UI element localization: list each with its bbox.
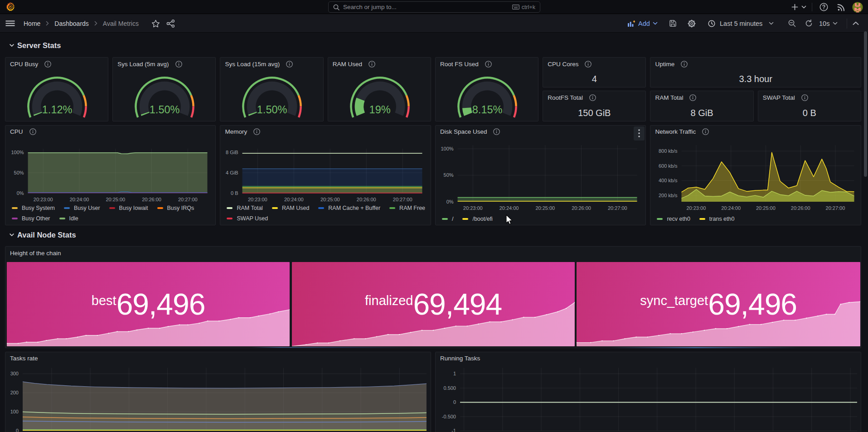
search-shortcut: ctrl+k bbox=[512, 4, 535, 10]
section-header-0[interactable]: Server Stats bbox=[10, 41, 61, 50]
breadcrumb: Home Dashboards Avail Metrics bbox=[24, 14, 139, 33]
legend-item[interactable]: RAM Cache + Buffer bbox=[318, 204, 380, 213]
info-icon[interactable] bbox=[689, 94, 696, 101]
info-icon[interactable] bbox=[585, 61, 592, 68]
panel-menu-kebab[interactable] bbox=[634, 126, 645, 141]
legend-color-dash bbox=[64, 207, 70, 209]
search-input[interactable]: Search or jump to... ctrl+k bbox=[328, 1, 540, 13]
x-axis-label: 20:26:00 bbox=[142, 196, 161, 202]
legend-item[interactable]: SWAP Used bbox=[227, 214, 268, 223]
info-icon[interactable] bbox=[681, 61, 688, 68]
dashboard-settings-button[interactable] bbox=[688, 14, 696, 33]
panel-gauge-2: Sys Load (15m avg)1.50% bbox=[220, 57, 323, 121]
x-axis-label: 20:25:00 bbox=[756, 205, 776, 210]
legend-item[interactable]: Busy User bbox=[64, 204, 100, 213]
legend-item[interactable]: recv eth0 bbox=[657, 214, 690, 223]
help-button[interactable] bbox=[818, 0, 829, 14]
chain-cell-text: finalized69,494 bbox=[292, 262, 575, 346]
legend-item[interactable]: Busy Other bbox=[12, 214, 50, 223]
y-axis-label: 1 bbox=[453, 371, 456, 376]
kebab-icon bbox=[638, 129, 640, 137]
legend-item[interactable]: / bbox=[442, 214, 453, 223]
chain-cell-sync_target[interactable]: sync_target69,496 bbox=[577, 262, 860, 346]
time-range-picker[interactable]: Last 5 minutes bbox=[708, 14, 774, 33]
legend-item[interactable]: Busy Iowait bbox=[109, 204, 148, 213]
legend-item[interactable]: RAM Total bbox=[227, 204, 262, 213]
panel-chart-memory: Memory0 B4 GiB8 GiB20:23:0020:24:0020:25… bbox=[220, 125, 431, 225]
breadcrumb-home[interactable]: Home bbox=[24, 20, 40, 27]
legend-item[interactable]: RAM Free bbox=[389, 204, 425, 213]
hamburger-icon bbox=[5, 20, 15, 26]
legend-color-dash bbox=[12, 207, 18, 209]
x-axis-label: 20:27:00 bbox=[178, 196, 198, 202]
refresh-interval-picker[interactable]: 10s bbox=[819, 14, 838, 33]
section-header-1[interactable]: Avail Node Stats bbox=[10, 231, 76, 239]
refresh-button[interactable] bbox=[805, 14, 813, 33]
chevron-down-icon bbox=[801, 5, 806, 9]
y-axis-label: 100% bbox=[11, 149, 24, 155]
add-panel-icon bbox=[627, 20, 635, 27]
share-button[interactable] bbox=[166, 14, 175, 33]
x-axis-label: 20:24:00 bbox=[284, 196, 304, 202]
legend-color-dash bbox=[657, 218, 663, 220]
breadcrumb-separator-icon bbox=[94, 21, 97, 26]
user-avatar[interactable] bbox=[851, 0, 864, 14]
y-axis-label: 200 bbox=[10, 390, 19, 395]
panel-header-stat-rootfs_total[interactable]: RootFS Total bbox=[543, 91, 645, 104]
legend-label: trans eth0 bbox=[709, 214, 735, 223]
new-dashboard-button[interactable] bbox=[789, 0, 808, 14]
panel-chart-running: Running Tasks-1-0.50000.5001 bbox=[435, 352, 861, 432]
x-axis-label: 20:23:00 bbox=[463, 205, 483, 210]
share-icon bbox=[166, 19, 175, 28]
legend-item[interactable]: Busy IRQs bbox=[157, 204, 194, 213]
panel-title: Uptime bbox=[655, 61, 674, 68]
zoom-out-button[interactable] bbox=[788, 14, 796, 33]
news-rss-button[interactable] bbox=[835, 0, 847, 14]
save-dashboard-button[interactable] bbox=[669, 14, 677, 33]
gauge-chart: 1.50% bbox=[220, 58, 324, 122]
y-axis-label: 0 bbox=[453, 399, 456, 405]
panel-header-stat-ram_total[interactable]: RAM Total bbox=[650, 91, 753, 104]
panel-header-stat-swap_total[interactable]: SWAP Total bbox=[758, 91, 861, 104]
chain-cell-value: 69,496 bbox=[116, 287, 205, 321]
panel-gauge-1: Sys Load (5m avg)1.50% bbox=[112, 57, 216, 121]
legend-item[interactable]: RAM Used bbox=[272, 204, 309, 213]
chain-cell-text: sync_target69,496 bbox=[577, 262, 860, 346]
star-icon bbox=[151, 19, 160, 28]
gear-icon bbox=[688, 19, 696, 28]
legend-item[interactable]: /boot/efi bbox=[462, 214, 492, 223]
chain-cell-best[interactable]: best69,496 bbox=[7, 262, 290, 346]
legend-color-dash bbox=[227, 207, 233, 209]
section-chevron-icon bbox=[10, 233, 14, 237]
legend-color-dash bbox=[59, 218, 65, 219]
add-panel-button[interactable]: Add bbox=[627, 14, 658, 33]
info-icon[interactable] bbox=[589, 94, 596, 101]
panel-header-stat-uptime[interactable]: Uptime bbox=[650, 58, 860, 70]
collapse-toolbar-button[interactable] bbox=[853, 14, 859, 33]
info-icon[interactable] bbox=[801, 94, 808, 101]
x-axis-label: 20:24:00 bbox=[722, 205, 741, 210]
mega-menu-toggle[interactable] bbox=[5, 14, 15, 33]
chain-cell-finalized[interactable]: finalized69,494 bbox=[292, 262, 575, 346]
x-axis-label: 20:25:00 bbox=[535, 205, 555, 210]
add-label: Add bbox=[638, 20, 650, 27]
panel-header-chain[interactable]: Height of the chain bbox=[5, 247, 861, 259]
stat-value-uptime: 3.3 hour bbox=[650, 74, 860, 84]
grafana-logo-icon[interactable] bbox=[5, 2, 15, 12]
legend-color-dash bbox=[442, 218, 448, 220]
panel-chart-tasks: Tasks rate0100200300 bbox=[5, 352, 431, 432]
breadcrumb-dashboards[interactable]: Dashboards bbox=[54, 20, 89, 27]
legend-color-dash bbox=[462, 218, 468, 220]
scrollbar-thumb[interactable] bbox=[864, 31, 867, 177]
zoom-out-icon bbox=[788, 19, 796, 27]
legend-label: Busy Iowait bbox=[119, 204, 148, 213]
legend-item[interactable]: trans eth0 bbox=[699, 214, 735, 223]
panel-header-stat-cpu_cores[interactable]: CPU Cores bbox=[543, 58, 645, 70]
legend-item[interactable]: Idle bbox=[59, 214, 78, 223]
favorite-star-button[interactable] bbox=[151, 14, 160, 33]
legend-item[interactable]: Busy System bbox=[12, 204, 55, 213]
y-axis-label: 100% bbox=[441, 146, 453, 151]
stat-value-swap_total: 0 B bbox=[758, 108, 861, 118]
gauge-value: 1.50% bbox=[257, 104, 287, 116]
legend-label: RAM Free bbox=[399, 204, 425, 213]
